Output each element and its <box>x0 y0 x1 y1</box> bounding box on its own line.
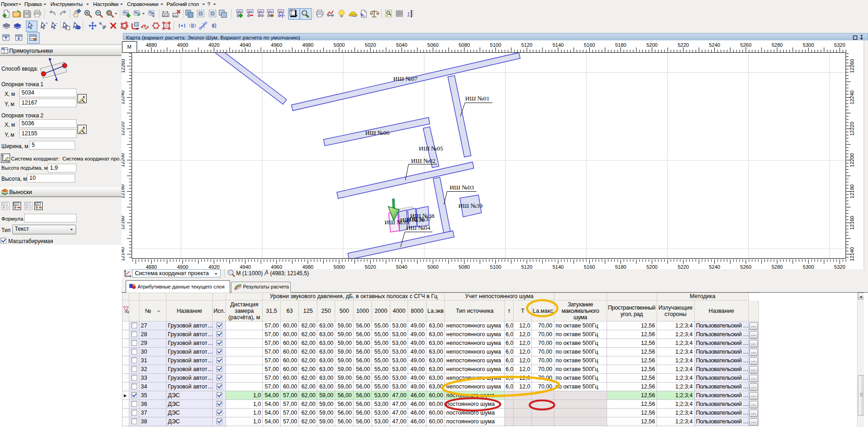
svg-text:5160: 5160 <box>584 42 595 48</box>
svg-text:abc: abc <box>26 203 30 205</box>
svg-text:5020: 5020 <box>365 42 376 48</box>
svg-text:12220: 12220 <box>849 122 855 136</box>
svg-text:4900: 4900 <box>177 42 188 48</box>
svg-text:4960: 4960 <box>271 42 282 48</box>
svg-text:12220: 12220 <box>122 122 126 136</box>
svg-text:5120: 5120 <box>521 264 532 270</box>
svg-text:abc: abc <box>36 203 40 205</box>
svg-text:5160: 5160 <box>584 264 595 270</box>
svg-text:5040: 5040 <box>396 42 407 48</box>
svg-text:4980: 4980 <box>302 42 313 48</box>
svg-text:-: - <box>56 20 58 26</box>
svg-text:4980: 4980 <box>302 264 313 270</box>
svg-text:5180: 5180 <box>615 42 626 48</box>
svg-text:5060: 5060 <box>427 42 438 48</box>
svg-text:5240: 5240 <box>709 42 720 48</box>
svg-text:abc: abc <box>248 10 253 13</box>
svg-text:4940: 4940 <box>240 264 251 270</box>
svg-text:5020: 5020 <box>365 264 376 270</box>
svg-text:4900: 4900 <box>177 264 188 270</box>
svg-text:5260: 5260 <box>740 264 751 270</box>
svg-text:5080: 5080 <box>459 264 470 270</box>
svg-text:ИШ №35: ИШ №35 <box>384 219 409 226</box>
svg-text:5120: 5120 <box>521 42 532 48</box>
svg-text:5060: 5060 <box>427 264 438 270</box>
svg-text:5320: 5320 <box>834 42 845 48</box>
svg-text:5000: 5000 <box>333 264 344 270</box>
svg-text:5100: 5100 <box>490 42 501 48</box>
svg-text:4920: 4920 <box>208 42 219 48</box>
svg-text:5040: 5040 <box>396 264 407 270</box>
svg-text:abc: abc <box>268 10 273 13</box>
svg-text:12180: 12180 <box>849 184 855 199</box>
svg-text:ИШ №04: ИШ №04 <box>406 224 430 231</box>
svg-text:ИШ №05: ИШ №05 <box>419 145 443 152</box>
svg-text:12240: 12240 <box>122 90 126 105</box>
svg-text:5080: 5080 <box>459 42 470 48</box>
svg-text:+: + <box>45 21 48 26</box>
svg-text:12140: 12140 <box>849 247 855 261</box>
svg-text:5260: 5260 <box>740 42 751 48</box>
svg-text:5200: 5200 <box>647 264 658 270</box>
svg-text:5240: 5240 <box>709 264 720 270</box>
svg-text:12160: 12160 <box>122 216 126 230</box>
svg-text:5280: 5280 <box>772 264 783 270</box>
svg-text:М: М <box>127 44 131 50</box>
svg-text:12160: 12160 <box>849 216 855 230</box>
svg-text:abc: abc <box>259 10 263 13</box>
svg-text:12260: 12260 <box>122 59 126 73</box>
svg-text:12240: 12240 <box>849 90 855 105</box>
svg-text:abc: abc <box>3 203 7 205</box>
svg-text:5300: 5300 <box>803 42 814 48</box>
svg-text:12260: 12260 <box>849 59 855 73</box>
svg-text:ИШ №06: ИШ №06 <box>365 129 389 136</box>
svg-text:5180: 5180 <box>615 264 626 270</box>
svg-text:ИШ №39: ИШ №39 <box>458 202 482 209</box>
svg-text:4960: 4960 <box>271 264 282 270</box>
svg-text:ИШ №01: ИШ №01 <box>465 95 489 102</box>
svg-text:abc: abc <box>14 203 18 205</box>
svg-text:abc: abc <box>238 10 242 13</box>
svg-text:12180: 12180 <box>122 184 126 199</box>
svg-text:abc: abc <box>279 10 283 13</box>
svg-text:5320: 5320 <box>834 264 845 270</box>
svg-text:5200: 5200 <box>647 42 658 48</box>
svg-text:ИШ №07: ИШ №07 <box>393 75 417 82</box>
svg-text:5000: 5000 <box>333 42 344 48</box>
svg-text:5100: 5100 <box>490 264 501 270</box>
svg-text:ИШ №02: ИШ №02 <box>411 157 435 164</box>
svg-text:12200: 12200 <box>122 153 126 167</box>
svg-text:ИШ №03: ИШ №03 <box>449 184 474 191</box>
svg-text:5280: 5280 <box>772 42 783 48</box>
svg-text:4940: 4940 <box>240 42 251 48</box>
svg-text:5220: 5220 <box>678 42 689 48</box>
svg-text:5300: 5300 <box>803 264 814 270</box>
svg-text:5140: 5140 <box>553 42 564 48</box>
svg-text:12140: 12140 <box>122 247 126 261</box>
svg-text:4920: 4920 <box>208 264 219 270</box>
svg-text:12200: 12200 <box>849 153 855 167</box>
svg-text:5220: 5220 <box>678 264 689 270</box>
svg-text:4880: 4880 <box>146 42 157 48</box>
svg-text:4880: 4880 <box>146 264 157 270</box>
svg-text:5140: 5140 <box>553 264 564 270</box>
